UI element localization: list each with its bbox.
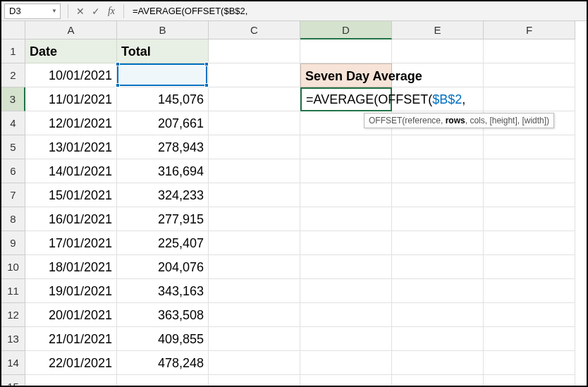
row-header-9[interactable]: 9: [1, 231, 25, 255]
cell-C15[interactable]: [209, 375, 300, 387]
cell-A6[interactable]: 14/01/2021: [25, 159, 117, 183]
cell-F12[interactable]: [484, 303, 575, 327]
cell-A7[interactable]: 15/01/2021: [25, 183, 117, 207]
row-header-14[interactable]: 14: [1, 351, 25, 375]
cell-F5[interactable]: [484, 135, 575, 159]
cell-B1[interactable]: Total: [117, 39, 209, 63]
cell-A13[interactable]: 21/01/2021: [25, 327, 117, 351]
row-header-3[interactable]: 3: [1, 87, 25, 111]
cell-D6[interactable]: [300, 159, 392, 183]
cell-C10[interactable]: [209, 255, 300, 279]
cell-E12[interactable]: [392, 303, 484, 327]
cell-C12[interactable]: [209, 303, 300, 327]
cell-F2[interactable]: [484, 63, 575, 87]
cell-D15[interactable]: [300, 375, 392, 387]
row-header-8[interactable]: 8: [1, 207, 25, 231]
cell-E14[interactable]: [392, 351, 484, 375]
cell-B13[interactable]: 409,855: [117, 327, 209, 351]
cell-D5[interactable]: [300, 135, 392, 159]
cell-D10[interactable]: [300, 255, 392, 279]
cell-F1[interactable]: [484, 39, 575, 63]
cell-C2[interactable]: [209, 63, 300, 87]
cell-A9[interactable]: 17/01/2021: [25, 231, 117, 255]
cell-E15[interactable]: [392, 375, 484, 387]
cancel-icon[interactable]: ✕: [73, 6, 88, 17]
cell-D7[interactable]: [300, 183, 392, 207]
cell-F6[interactable]: [484, 159, 575, 183]
cell-F11[interactable]: [484, 279, 575, 303]
cell-A5[interactable]: 13/01/2021: [25, 135, 117, 159]
cell-C4[interactable]: [209, 111, 300, 135]
formula-input[interactable]: =AVERAGE(OFFSET($B$2,: [128, 6, 587, 16]
col-header-A[interactable]: A: [25, 21, 117, 39]
cell-D8[interactable]: [300, 207, 392, 231]
cell-C14[interactable]: [209, 351, 300, 375]
cell-C8[interactable]: [209, 207, 300, 231]
cell-B12[interactable]: 363,508: [117, 303, 209, 327]
name-box-dropdown-icon[interactable]: ▼: [51, 8, 57, 14]
cell-F3[interactable]: [484, 87, 575, 111]
cell-B4[interactable]: 207,661: [117, 111, 209, 135]
cell-F8[interactable]: [484, 207, 575, 231]
cell-A4[interactable]: 12/01/2021: [25, 111, 117, 135]
row-header-7[interactable]: 7: [1, 183, 25, 207]
cell-C3[interactable]: [209, 87, 300, 111]
cell-E1[interactable]: [392, 39, 484, 63]
cell-C11[interactable]: [209, 279, 300, 303]
cell-A15[interactable]: [25, 375, 117, 387]
cell-A10[interactable]: 18/01/2021: [25, 255, 117, 279]
cell-C5[interactable]: [209, 135, 300, 159]
select-all-corner[interactable]: [1, 21, 25, 39]
cell-F15[interactable]: [484, 375, 575, 387]
cell-F13[interactable]: [484, 327, 575, 351]
cell-B2[interactable]: [117, 63, 209, 87]
col-header-D[interactable]: D: [300, 21, 392, 39]
cell-B3[interactable]: 145,076: [117, 87, 209, 111]
cell-E6[interactable]: [392, 159, 484, 183]
cell-F14[interactable]: [484, 351, 575, 375]
cell-D13[interactable]: [300, 327, 392, 351]
cell-B10[interactable]: 204,076: [117, 255, 209, 279]
cell-F9[interactable]: [484, 231, 575, 255]
col-header-B[interactable]: B: [117, 21, 209, 39]
cell-D11[interactable]: [300, 279, 392, 303]
row-header-13[interactable]: 13: [1, 327, 25, 351]
cell-D12[interactable]: [300, 303, 392, 327]
row-header-10[interactable]: 10: [1, 255, 25, 279]
cell-B14[interactable]: 478,248: [117, 351, 209, 375]
cell-D1[interactable]: [300, 39, 392, 63]
cell-E9[interactable]: [392, 231, 484, 255]
row-header-1[interactable]: 1: [1, 39, 25, 63]
cell-A8[interactable]: 16/01/2021: [25, 207, 117, 231]
row-header-11[interactable]: 11: [1, 279, 25, 303]
cell-C7[interactable]: [209, 183, 300, 207]
cell-F7[interactable]: [484, 183, 575, 207]
cell-D3[interactable]: =AVERAGE(OFFSET($B$2,: [300, 87, 392, 111]
cell-A3[interactable]: 11/01/2021: [25, 87, 117, 111]
col-header-F[interactable]: F: [484, 21, 575, 39]
cell-B9[interactable]: 225,407: [117, 231, 209, 255]
cell-A11[interactable]: 19/01/2021: [25, 279, 117, 303]
cell-A14[interactable]: 22/01/2021: [25, 351, 117, 375]
cell-E13[interactable]: [392, 327, 484, 351]
cell-D14[interactable]: [300, 351, 392, 375]
cell-B7[interactable]: 324,233: [117, 183, 209, 207]
row-header-4[interactable]: 4: [1, 111, 25, 135]
cell-B15[interactable]: [117, 375, 209, 387]
row-header-6[interactable]: 6: [1, 159, 25, 183]
col-header-E[interactable]: E: [392, 21, 484, 39]
cell-C13[interactable]: [209, 327, 300, 351]
name-box[interactable]: D3 ▼: [4, 4, 61, 19]
cell-C9[interactable]: [209, 231, 300, 255]
cell-A1[interactable]: Date: [25, 39, 117, 63]
row-header-2[interactable]: 2: [1, 63, 25, 87]
cell-B11[interactable]: 343,163: [117, 279, 209, 303]
cell-D2[interactable]: Seven Day Average: [300, 63, 392, 87]
cell-E11[interactable]: [392, 279, 484, 303]
row-header-5[interactable]: 5: [1, 135, 25, 159]
cell-B5[interactable]: 278,943: [117, 135, 209, 159]
cell-E8[interactable]: [392, 207, 484, 231]
row-header-12[interactable]: 12: [1, 303, 25, 327]
cell-E5[interactable]: [392, 135, 484, 159]
cell-A12[interactable]: 20/01/2021: [25, 303, 117, 327]
